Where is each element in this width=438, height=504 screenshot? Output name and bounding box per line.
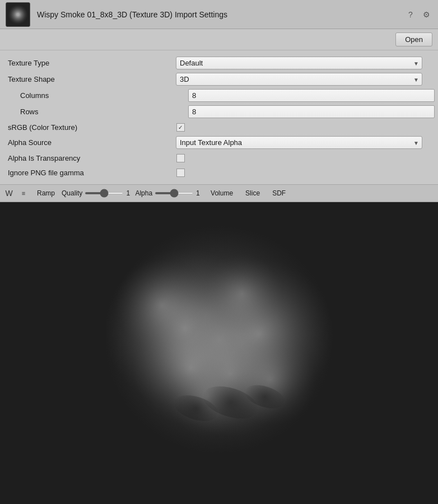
rows-control — [188, 105, 435, 118]
ignore-png-row: Ignore PNG file gamma — [0, 165, 438, 180]
preview-area: 128x128x64 RGBA 32 bit 4.6 MB — [0, 202, 438, 504]
titlebar-actions: ? ⚙ — [404, 8, 432, 21]
ignore-png-checkbox-wrapper — [176, 168, 185, 177]
texture-shape-select-wrapper: 2D Cube 2D Array 3D ▼ — [176, 73, 422, 86]
texture-shape-row: Texture Shape 2D Cube 2D Array 3D ▼ — [0, 71, 438, 87]
srgb-control: ✓ — [176, 123, 430, 132]
lines-icon-button[interactable]: ≡ — [17, 186, 30, 200]
columns-row: Columns — [0, 87, 438, 104]
alpha-transparency-row: Alpha Is Transparency — [0, 151, 438, 165]
alpha-slider[interactable] — [155, 192, 194, 194]
texture-shape-control: 2D Cube 2D Array 3D ▼ — [176, 73, 430, 86]
quality-label: Quality — [62, 189, 82, 197]
texture-icon — [6, 2, 30, 27]
alpha-transparency-checkbox[interactable] — [176, 154, 185, 162]
tab-ramp[interactable]: Ramp — [31, 187, 60, 199]
tab-sdf[interactable]: SDF — [267, 187, 291, 199]
quality-slider-group: Quality 1 — [62, 189, 134, 197]
texture-shape-select[interactable]: 2D Cube 2D Array 3D — [176, 73, 422, 86]
tab-volume[interactable]: Volume — [205, 187, 239, 199]
alpha-source-control: None Input Texture Alpha From Gray Scale… — [176, 136, 430, 149]
open-button-row: Open — [0, 29, 438, 50]
srgb-checkbox[interactable]: ✓ — [176, 123, 185, 132]
ignore-png-label: Ignore PNG file gamma — [8, 169, 176, 177]
alpha-transparency-checkbox-wrapper — [176, 153, 185, 162]
ignore-png-control — [176, 168, 430, 177]
tab-slice[interactable]: Slice — [240, 187, 265, 199]
settings-panel: Texture Type Default Normal map Sprite (… — [0, 50, 438, 184]
alpha-slider-label: Alpha — [135, 189, 152, 197]
srgb-label: sRGB (Color Texture) — [8, 123, 176, 132]
ignore-png-checkbox[interactable] — [176, 169, 185, 177]
texture-type-select[interactable]: Default Normal map Sprite (2D and UI) Si… — [176, 57, 422, 69]
alpha-source-select-wrapper: None Input Texture Alpha From Gray Scale… — [176, 136, 422, 149]
alpha-transparency-label: Alpha Is Transparency — [8, 154, 176, 162]
alpha-transparency-control — [176, 153, 430, 162]
srgb-checkbox-wrapper: ✓ — [176, 123, 185, 132]
alpha-source-row: Alpha Source None Input Texture Alpha Fr… — [0, 134, 438, 151]
alpha-slider-group: Alpha 1 — [135, 189, 204, 197]
preview-toolbar: W ≡ Ramp Quality 1 Alpha 1 Volume Slice … — [0, 184, 438, 202]
srgb-row: sRGB (Color Texture) ✓ — [0, 120, 438, 134]
texture-type-select-wrapper: Default Normal map Sprite (2D and UI) Si… — [176, 57, 422, 69]
rows-input[interactable] — [188, 105, 435, 118]
preview-canvas — [0, 202, 438, 504]
rows-label: Rows — [20, 108, 188, 116]
columns-input[interactable] — [188, 89, 435, 102]
texture-type-control: Default Normal map Sprite (2D and UI) Si… — [176, 57, 430, 69]
quality-value: 1 — [126, 189, 134, 197]
texture-shape-label: Texture Shape — [8, 75, 176, 83]
titlebar: Wispy Smoke 01_8x8_3D (Texture 3D) Impor… — [0, 0, 438, 29]
columns-control — [188, 89, 435, 102]
texture-type-row: Texture Type Default Normal map Sprite (… — [0, 55, 438, 71]
columns-label: Columns — [20, 91, 188, 100]
open-button[interactable]: Open — [395, 32, 432, 46]
wrench-icon-button[interactable]: W — [2, 186, 16, 200]
quality-slider[interactable] — [85, 192, 124, 194]
window-title: Wispy Smoke 01_8x8_3D (Texture 3D) Impor… — [37, 10, 404, 19]
settings-icon-button[interactable]: ⚙ — [420, 8, 432, 21]
alpha-slider-value: 1 — [196, 189, 204, 197]
alpha-source-label: Alpha Source — [8, 138, 176, 147]
alpha-source-select[interactable]: None Input Texture Alpha From Gray Scale — [176, 136, 422, 149]
help-button[interactable]: ? — [404, 8, 417, 21]
rows-row: Rows — [0, 104, 438, 120]
texture-type-label: Texture Type — [8, 59, 176, 67]
